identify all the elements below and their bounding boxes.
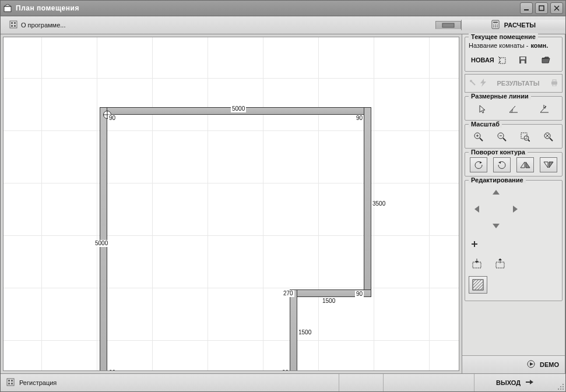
nudge-down-button[interactable]	[487, 218, 505, 233]
pointer-tool-button[interactable]	[474, 101, 491, 116]
calculate-button[interactable]: РАСЧЕТЫ	[461, 20, 565, 30]
nudge-left-button[interactable]	[469, 202, 486, 217]
resize-grip[interactable]	[555, 374, 565, 391]
hatch-icon	[472, 279, 484, 291]
demo-label: DEMO	[540, 361, 559, 368]
dim-left: 5000	[94, 240, 109, 247]
window-controls	[520, 2, 563, 14]
floor-plan[interactable]: 5000 90 90 3500 90 1500 270 1500 90 3500…	[100, 107, 371, 371]
angle-top-left: 90	[108, 115, 117, 122]
svg-point-74	[563, 389, 564, 390]
zoom-selection-icon	[521, 132, 530, 142]
svg-rect-30	[553, 80, 556, 82]
angle-mid-right: 90	[355, 291, 364, 298]
svg-marker-1	[4, 4, 11, 6]
svg-rect-0	[4, 6, 11, 12]
maximize-button[interactable]	[535, 2, 548, 14]
dim-notch-h: 1500	[321, 298, 336, 305]
svg-rect-7	[11, 22, 13, 24]
svg-rect-15	[495, 24, 496, 26]
svg-rect-25	[521, 61, 525, 63]
register-icon	[6, 378, 15, 387]
wall-right-upper[interactable]	[364, 107, 371, 297]
svg-rect-18	[495, 26, 496, 27]
dim-notch-v: 1500	[297, 329, 312, 336]
angle-dim-icon	[508, 104, 519, 114]
svg-marker-53	[474, 206, 479, 213]
remove-segment-button[interactable]	[492, 256, 509, 271]
nudge-up-button[interactable]	[487, 185, 505, 200]
svg-rect-69	[11, 380, 13, 382]
dim-linear-button[interactable]	[536, 101, 553, 116]
svg-line-27	[472, 82, 475, 85]
floppy-icon	[519, 56, 527, 64]
plan-canvas[interactable]: 5000 90 90 3500 90 1500 270 1500 90 3500…	[3, 37, 459, 371]
svg-rect-17	[493, 26, 494, 27]
rotate-cw-button[interactable]	[493, 157, 511, 172]
app-icon	[3, 3, 12, 13]
flip-vertical-button[interactable]	[540, 157, 557, 172]
panel-rotate: Поворот контура	[465, 152, 563, 176]
window-title: План помещения	[16, 4, 79, 12]
open-room-button[interactable]	[537, 52, 555, 68]
arrow-right-icon	[511, 205, 518, 213]
flip-v-icon	[543, 161, 554, 169]
flip-horizontal-button[interactable]	[516, 157, 534, 172]
hatch-button[interactable]	[469, 276, 487, 294]
room-name-label: Название комнаты -	[469, 42, 528, 49]
insert-segment-button[interactable]	[469, 256, 486, 271]
panel-room-legend: Текущее помещение	[469, 33, 538, 40]
zoom-fit-button[interactable]	[540, 129, 557, 144]
zoom-in-button[interactable]	[470, 129, 487, 144]
panel-edit: Редактирование	[465, 180, 563, 301]
nudge-pad	[469, 185, 522, 232]
svg-rect-68	[8, 380, 10, 382]
close-button[interactable]	[550, 2, 563, 14]
view-tab-plan[interactable]	[435, 21, 461, 29]
save-room-button[interactable]	[514, 52, 532, 68]
main-body: 5000 90 90 3500 90 1500 270 1500 90 3500…	[1, 34, 565, 374]
svg-rect-2	[524, 9, 529, 10]
svg-marker-51	[549, 162, 553, 168]
print-icon	[550, 79, 558, 87]
minimize-button[interactable]	[520, 2, 533, 14]
zoom-selection-button[interactable]	[516, 129, 534, 144]
new-room-button[interactable]: НОВАЯ	[469, 56, 508, 64]
svg-marker-50	[544, 162, 548, 168]
app-window: План помещения О программе...	[0, 0, 566, 392]
dim-right: 3500	[371, 200, 386, 207]
wall-notch-right[interactable]	[290, 289, 297, 371]
top-toolbar: О программе... РАСЧЕТЫ	[1, 16, 565, 34]
rotate-ccw-button[interactable]	[470, 157, 487, 172]
svg-point-76	[563, 386, 564, 387]
dim-angle-button[interactable]	[505, 101, 522, 116]
about-icon	[9, 20, 17, 30]
new-room-label: НОВАЯ	[471, 56, 494, 63]
add-node-button[interactable]	[469, 236, 480, 252]
arrow-left-icon	[474, 205, 481, 213]
svg-point-78	[560, 386, 561, 387]
svg-rect-13	[493, 22, 498, 23]
angle-bot-right: 90	[281, 369, 290, 371]
svg-rect-10	[14, 25, 16, 27]
svg-marker-48	[521, 162, 525, 168]
demo-button[interactable]: DEMO	[462, 355, 565, 373]
svg-marker-54	[513, 206, 518, 213]
bottom-toolbar: Регистрация ВЫХОД	[1, 374, 565, 391]
svg-marker-46	[480, 161, 482, 164]
exit-label: ВЫХОД	[496, 379, 521, 386]
results-label: РЕЗУЛЬТАТЫ	[497, 80, 540, 87]
wall-left[interactable]	[100, 107, 107, 371]
register-button[interactable]: Регистрация	[1, 374, 339, 391]
rotate-ccw-icon	[474, 160, 483, 169]
angle-top-right: 90	[355, 115, 364, 122]
nudge-right-button[interactable]	[506, 202, 523, 217]
status-segment-2	[384, 374, 474, 391]
about-button[interactable]: О программе...	[4, 17, 71, 33]
exit-button[interactable]: ВЫХОД	[474, 374, 555, 391]
zoom-out-button[interactable]	[493, 129, 511, 144]
angle-notch: 270	[282, 290, 294, 297]
cursor-angle-icon	[539, 104, 550, 114]
flip-h-icon	[520, 161, 530, 169]
svg-rect-70	[8, 383, 10, 384]
